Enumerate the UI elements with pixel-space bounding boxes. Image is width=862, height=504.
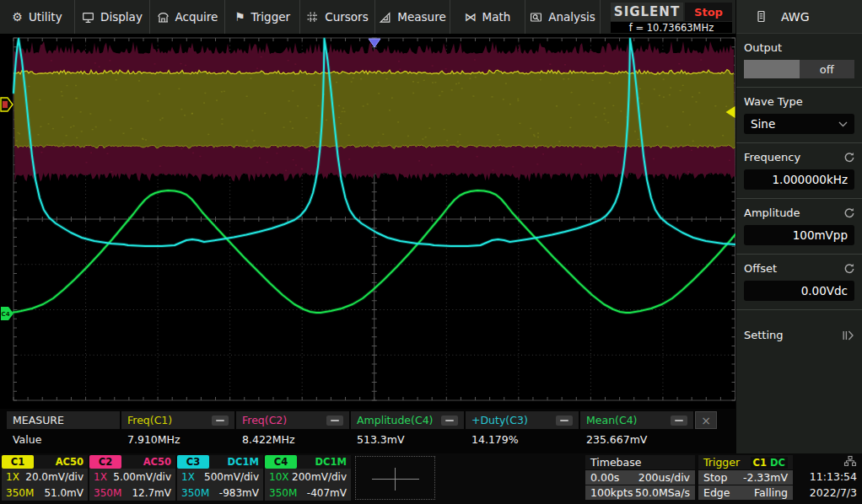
measure-header-row: MEASURE Freq(C1) Freq(C2) Amplitude(C4) … [7,411,735,429]
waveform-display[interactable]: C4 [0,34,735,409]
measure-title-cell: MEASURE [7,411,120,429]
refresh-icon[interactable] [843,207,854,219]
channel-box-c2[interactable]: C2 AC50 1X5.00mV/div 350M12.7mV [89,455,175,501]
trigger-box[interactable]: Trigger C1 DC Stop-2.33mV EdgeFalling [698,455,793,501]
menu-utility[interactable]: ⚙ Utility [0,0,75,34]
oscilloscope-screen: ⚙ Utility Display Acquire ⚑ Trigger Curs… [0,0,862,504]
channel-box-c3[interactable]: C3 DC1M 1X500mV/div 350M-983mV [177,455,263,501]
measure-item-freq-c2[interactable]: Freq(C2) [236,411,349,429]
network-icon[interactable] [796,455,857,469]
coupling-label: DC1M [297,455,351,469]
measure-value: 8.422MHz [236,431,349,448]
amplitude-input[interactable]: 100mVpp [744,225,854,245]
menu-label: Acquire [175,10,218,24]
setting-row[interactable]: Setting [736,322,862,348]
atten-label: 1X [94,471,107,483]
menu-trigger[interactable]: ⚑ Trigger [225,0,300,34]
timebase-title: Timebase [590,456,641,469]
bandwidth-label: 350M [94,487,121,499]
amplitude-section: Amplitude 100mVpp [736,199,862,255]
atten-label: 10X [269,471,289,483]
menu-label: Cursors [325,10,368,24]
remove-measure-icon[interactable] [326,416,343,426]
coupling-label: AC50 [121,455,175,469]
trigger-frequency-readout: f = 10.73663MHz [611,22,732,33]
acquisition-status[interactable]: Stop [685,3,732,21]
measure-item-duty-c3[interactable]: +Duty(C3) [466,411,579,429]
wave-type-label: Wave Type [744,94,854,109]
timebase-scale: 200us/div [638,471,690,484]
panel-title: AWG [781,10,810,24]
refresh-icon[interactable] [843,152,854,164]
svg-text:C4: C4 [2,311,10,318]
offset-section: Offset 0.00Vdc [736,255,862,310]
remove-measure-icon[interactable] [212,416,229,426]
menu-acquire[interactable]: Acquire [150,0,225,34]
menu-label: Analysis [548,10,595,24]
refresh-icon[interactable] [843,263,854,275]
trigger-level: -2.33mV [743,471,788,484]
menu-analysis[interactable]: Analysis [525,0,601,34]
storefront-icon [157,11,170,24]
menu-math[interactable]: ⋈ Math [450,0,525,34]
measure-item-mean-c4[interactable]: Mean(C4) [580,411,693,429]
trigger-source: C1 [753,457,767,469]
menu-label: Utility [29,10,62,24]
offset-value: -407mV [307,487,347,499]
measure-value: 14.179% [466,431,579,448]
output-section: Output off [736,34,862,88]
wave-type-select[interactable]: Sine [744,114,854,134]
frequency-section: Frequency 1.000000kHz [736,143,862,199]
offset-value: 51.0mV [44,487,84,499]
remove-measure-icon[interactable] [671,416,687,426]
channel-box-c4[interactable]: C4 DC1M 10X200mV/div 350M-407mV [265,455,351,501]
toggle-off-segment[interactable]: off [800,60,855,78]
amplitude-label: Amplitude [744,206,800,220]
setting-label: Setting [744,329,784,341]
bowtie-icon: ⋈ [465,11,477,23]
menu-label: Math [482,10,511,24]
close-measure-button[interactable]: × [695,411,717,429]
value-label-cell: Value [7,431,120,448]
crosshair-grid-icon [306,11,319,24]
bandwidth-label: 350M [181,487,209,499]
channel-box-c1[interactable]: C1 AC50 1X20.0mV/div 350M51.0mV [2,455,88,501]
measure-item-amplitude-c4[interactable]: Amplitude(C4) [351,411,464,429]
scale-value: 5.00mV/div [113,471,171,483]
siglent-logo: SIGLENT [611,3,683,21]
menu-cursors[interactable]: Cursors [300,0,375,34]
crosshair-icon [372,479,419,480]
menu-display[interactable]: Display [75,0,150,34]
expand-icon [843,330,854,340]
menu-label: Display [100,10,143,24]
frequency-input[interactable]: 1.000000kHz [744,169,854,190]
measure-value: 513.3mV [351,431,464,448]
top-menu-bar: ⚙ Utility Display Acquire ⚑ Trigger Curs… [0,0,735,34]
scale-value: 500mV/div [204,471,259,483]
measure-item-freq-c1[interactable]: Freq(C1) [121,411,234,429]
output-toggle[interactable]: off [744,60,854,78]
offset-input[interactable]: 0.00Vdc [744,281,854,301]
timebase-box[interactable]: Timebase 0.00s200us/div 100kpts50.0MSa/s [585,455,695,501]
toggle-on-segment[interactable] [744,60,800,78]
delay-indicator-box[interactable] [355,456,435,500]
coupling-label: AC50 [34,455,88,469]
channel-badge: C2 [89,455,121,469]
menu-label: Measure [397,10,445,24]
remove-measure-icon[interactable] [441,416,458,426]
crosshair-icon [395,468,396,491]
remove-measure-icon[interactable] [556,416,573,426]
set-square-icon [379,11,391,24]
frequency-label: Frequency [744,150,800,164]
awg-panel-header: AWG [736,0,862,34]
list-icon [755,10,768,23]
system-time: 11:13:54 [796,469,857,485]
scale-value: 200mV/div [292,471,347,483]
brand-area: SIGLENT Stop f = 10.73663MHz [601,0,735,34]
trigger-type: Edge [703,486,730,499]
coupling-label: DC1M [209,455,263,469]
chevron-down-icon [838,121,848,127]
sample-rate: 50.0MSa/s [635,486,690,499]
menu-measure[interactable]: Measure [375,0,450,34]
bandwidth-label: 350M [269,487,297,499]
